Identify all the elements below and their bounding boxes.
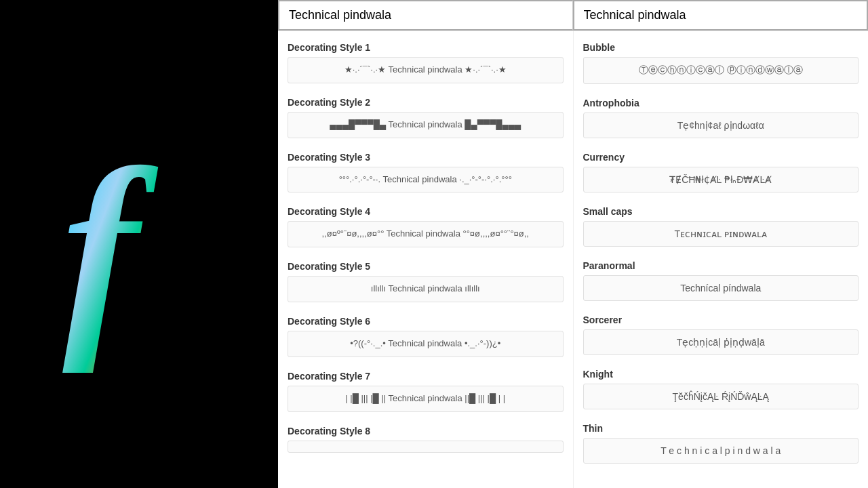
style-block-3: Decorating Style 3 °°°.·°.·°-°-·. Techni… [288, 152, 564, 193]
special-text-thin[interactable]: T e c h n i c a l p i n d w a l a [583, 438, 859, 464]
special-label-thin: Thin [583, 423, 859, 434]
special-block-sorcerer: Sorcerer Tẹcḥṇịcāḷ ṗịṇḍwāḷā [583, 314, 859, 355]
styles-column: Decorating Style 1 ★·.·´¯`·.·★ Technical… [278, 31, 574, 488]
search-input-1[interactable] [278, 0, 573, 30]
special-label-bubble: Bubble [583, 42, 859, 53]
style-text-3[interactable]: °°°.·°.·°-°-·. Technical pindwala ·._·°-… [288, 167, 564, 193]
style-label-5: Decorating Style 5 [288, 261, 564, 272]
logo-panel: f [0, 0, 278, 488]
style-block-4: Decorating Style 4 ,,ø¤º°¨¤ø,,,,ø¤°° Tec… [288, 206, 564, 247]
special-block-knight: Knight ŢĕčĥŃįčĄĿ ŔįŃĎŵĄĿĄ [583, 369, 859, 409]
search-row [278, 0, 868, 31]
special-text-knight[interactable]: ŢĕčĥŃįčĄĿ ŔįŃĎŵĄĿĄ [583, 384, 859, 409]
style-block-2: Decorating Style 2 ▄▄▄█▀▀▀█▄ Technical p… [288, 97, 564, 138]
special-text-currency[interactable]: ₮ɆČĦ₦ł₵ȺĿ ₱łₙĐ₩ȺĿȺ [583, 167, 859, 192]
style-label-2: Decorating Style 2 [288, 97, 564, 108]
content-area: Decorating Style 1 ★·.·´¯`·.·★ Technical… [278, 31, 868, 488]
style-block-5: Decorating Style 5 ıllıllı Technical pin… [288, 261, 564, 302]
special-block-currency: Currency ₮ɆČĦ₦ł₵ȺĿ ₱łₙĐ₩ȺĿȺ [583, 152, 859, 192]
special-label-currency: Currency [583, 152, 859, 163]
special-text-bubble[interactable]: Ⓣⓔⓒⓗⓝⓘⓒⓐⓛ ⓟⓘⓝⓓⓦⓐⓛⓐ [583, 57, 859, 84]
style-text-6[interactable]: •?((-°·._.• Technical pindwala •._.·°-))… [288, 331, 564, 357]
style-text-7[interactable]: | |█ ||| |█ || Technical pindwala ||█ ||… [288, 386, 564, 412]
style-block-8: Decorating Style 8 [288, 426, 564, 453]
style-label-4: Decorating Style 4 [288, 206, 564, 217]
search-input-2[interactable] [573, 0, 869, 30]
style-text-2[interactable]: ▄▄▄█▀▀▀█▄ Technical pindwala █▄▀▀▀█▄▄▄ [288, 112, 564, 138]
style-text-1[interactable]: ★·.·´¯`·.·★ Technical pindwala ★·.·´¯`·.… [288, 57, 564, 83]
special-block-smallcaps: Small caps Tᴇᴄʜɴɪᴄᴀʟ ᴘɪɴᴅᴡᴀʟᴀ [583, 206, 859, 247]
right-panel: Decorating Style 1 ★·.·´¯`·.·★ Technical… [278, 0, 868, 488]
special-text-smallcaps[interactable]: Tᴇᴄʜɴɪᴄᴀʟ ᴘɪɴᴅᴡᴀʟᴀ [583, 221, 859, 247]
special-block-bubble: Bubble Ⓣⓔⓒⓗⓝⓘⓒⓐⓛ ⓟⓘⓝⓓⓦⓐⓛⓐ [583, 42, 859, 84]
special-text-antrophobia[interactable]: Tẹ¢hnị¢aℓ ρịndωαℓα [583, 113, 859, 138]
style-text-4[interactable]: ,,ø¤º°¨¤ø,,,,ø¤°° Technical pindwala °°¤… [288, 221, 564, 247]
special-block-thin: Thin T e c h n i c a l p i n d w a l a [583, 423, 859, 464]
style-label-1: Decorating Style 1 [288, 42, 564, 53]
style-block-1: Decorating Style 1 ★·.·´¯`·.·★ Technical… [288, 42, 564, 83]
style-text-5[interactable]: ıllıllı Technical pindwala ıllıllı [288, 276, 564, 302]
style-label-6: Decorating Style 6 [288, 316, 564, 327]
special-label-knight: Knight [583, 369, 859, 380]
style-text-8[interactable] [288, 441, 564, 453]
special-text-sorcerer[interactable]: Tẹcḥṇịcāḷ ṗịṇḍwāḷā [583, 329, 859, 355]
style-block-6: Decorating Style 6 •?((-°·._.• Technical… [288, 316, 564, 357]
special-text-paranormal[interactable]: Technícal píndwala [583, 275, 859, 301]
svg-text:f: f [62, 121, 159, 373]
special-label-sorcerer: Sorcerer [583, 314, 859, 325]
style-label-8: Decorating Style 8 [288, 426, 564, 436]
special-label-antrophobia: Antrophobia [583, 98, 859, 108]
special-column: Bubble Ⓣⓔⓒⓗⓝⓘⓒⓐⓛ ⓟⓘⓝⓓⓦⓐⓛⓐ Antrophobia Tẹ… [574, 31, 869, 488]
style-label-3: Decorating Style 3 [288, 152, 564, 163]
special-label-smallcaps: Small caps [583, 206, 859, 217]
style-block-7: Decorating Style 7 | |█ ||| |█ || Techni… [288, 371, 564, 412]
special-label-paranormal: Paranormal [583, 260, 859, 271]
special-block-antrophobia: Antrophobia Tẹ¢hnị¢aℓ ρịndωαℓα [583, 98, 859, 138]
special-block-paranormal: Paranormal Technícal píndwala [583, 260, 859, 301]
style-label-7: Decorating Style 7 [288, 371, 564, 382]
